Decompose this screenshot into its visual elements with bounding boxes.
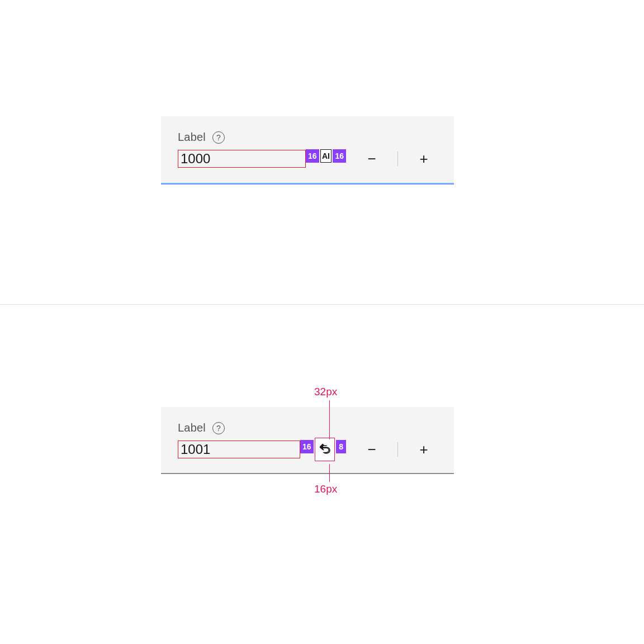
section-divider xyxy=(0,304,644,305)
focus-underline xyxy=(161,183,454,184)
number-input[interactable] xyxy=(178,150,306,168)
spacing-token-right: 8 xyxy=(336,440,346,453)
spacing-token-right: 16 xyxy=(333,149,346,163)
revert-button[interactable] xyxy=(315,438,335,461)
increment-button[interactable]: + xyxy=(410,438,437,461)
help-icon[interactable]: ? xyxy=(212,422,225,434)
decrement-button[interactable]: − xyxy=(358,148,385,170)
default-underline xyxy=(161,473,454,474)
help-icon[interactable]: ? xyxy=(212,131,225,144)
annotation-leader-top xyxy=(329,400,330,439)
number-input[interactable] xyxy=(178,441,300,458)
field-label: Label xyxy=(178,422,206,434)
spacing-token-left: 16 xyxy=(306,149,319,163)
annotation-leader-bottom xyxy=(329,464,330,482)
stepper-divider xyxy=(397,442,398,457)
ai-slug[interactable]: AI xyxy=(320,149,332,163)
annotation-width: 32px xyxy=(314,386,337,398)
undo-icon xyxy=(318,443,332,456)
annotation-icon-size: 16px xyxy=(314,483,337,495)
increment-button[interactable]: + xyxy=(410,148,437,170)
number-input-spec-ai-slug: Label ? 16 AI 16 − + xyxy=(161,116,454,184)
decrement-button[interactable]: − xyxy=(358,438,385,461)
spacing-token-left: 16 xyxy=(300,440,314,453)
stepper-divider xyxy=(397,151,398,166)
field-label: Label xyxy=(178,131,206,144)
number-input-spec-revert: Label ? 16 8 − + xyxy=(161,407,454,474)
